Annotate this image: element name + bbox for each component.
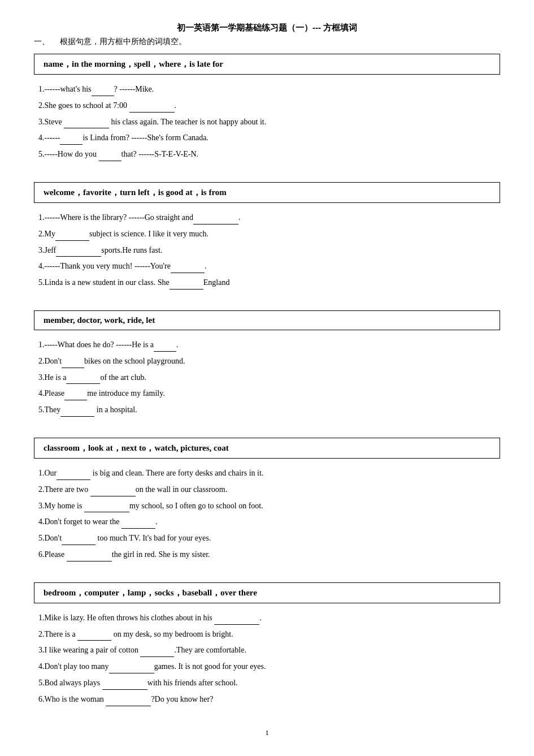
exercise-lines-2: 1.------Where is the library? ------Go s… [34, 209, 500, 295]
sentence-4-3: 3.My home is my school, so I often go to… [38, 499, 496, 513]
instruction-header: 一、 根据句意，用方框中所给的词填空。 [34, 37, 500, 47]
exercise-block-1: name，in the morning，spell，where，is late … [34, 54, 500, 166]
exercise-block-2: welcome，favorite，turn left，is good at，is… [34, 182, 500, 295]
sentence-1-5: 5.-----How do you that? ------S-T-E-V-E-… [38, 148, 496, 161]
sentence-3-1: 1.-----What does he do? ------He is a. [38, 338, 496, 352]
page-title: 初一英语第一学期基础练习题（一）--- 方框填词 [34, 23, 500, 33]
exercise-lines-5: 1.Mike is lazy. He often throws his clot… [34, 609, 500, 711]
exercise-lines-1: 1.------what's his? ------Mike. 2.She go… [34, 80, 500, 166]
sentence-4-5: 5.Don't too much TV. It's bad for your e… [38, 532, 496, 545]
exercise-lines-3: 1.-----What does he do? ------He is a. 2… [34, 336, 500, 422]
exercise-block-5: bedroom，computer，lamp，socks，baseball，ove… [34, 582, 500, 711]
sentence-2-2: 2.Mysubject is science. I like it very m… [38, 227, 496, 241]
sentence-3-3: 3.He is aof the art club. [38, 371, 496, 385]
word-box-1: name，in the morning，spell，where，is late … [34, 54, 500, 75]
sentence-1-3: 3.Steve his class again. The teacher is … [38, 115, 496, 129]
instruction-prefix: 一、 [34, 37, 50, 46]
sentence-5-2: 2.There is a on my desk, so my bedroom i… [38, 628, 496, 641]
exercise-block-3: member, doctor, work, ride, let 1.-----W… [34, 310, 500, 422]
sentence-3-4: 4.Pleaseme introduce my family. [38, 387, 496, 400]
sentence-1-1: 1.------what's his? ------Mike. [38, 83, 496, 96]
sentence-4-6: 6.Please the girl in red. She is my sist… [38, 548, 496, 561]
exercise-block-4: classroom，look at，next to，watch, picture… [34, 438, 500, 567]
sentence-5-4: 4.Don't play too manygames. It is not go… [38, 660, 496, 673]
sentence-1-4: 4.------is Linda from? ------She's form … [38, 131, 496, 145]
sentence-2-1: 1.------Where is the library? ------Go s… [38, 211, 496, 224]
word-box-4: classroom，look at，next to，watch, picture… [34, 438, 500, 459]
sentence-3-5: 5.They in a hospital. [38, 403, 496, 417]
page-number: 1 [34, 728, 500, 737]
exercise-lines-4: 1.Our is big and clean. There are forty … [34, 464, 500, 567]
word-box-2: welcome，favorite，turn left，is good at，is… [34, 182, 500, 203]
sentence-4-4: 4.Don't forget to wear the . [38, 515, 496, 529]
sentence-2-5: 5.Linda is a new student in our class. S… [38, 276, 496, 290]
sentence-2-4: 4.------Thank you very much! ------You'r… [38, 260, 496, 273]
sentence-5-6: 6.Who is the woman ?Do you know her? [38, 693, 496, 706]
sentence-2-3: 3.Jeffsports.He runs fast. [38, 244, 496, 257]
sentence-5-5: 5.Bod always plays with his friends afte… [38, 676, 496, 690]
sentence-1-2: 2.She goes to school at 7:00 . [38, 99, 496, 113]
sentence-4-2: 2.There are two on the wall in our class… [38, 483, 496, 496]
sentence-3-2: 2.Don'tbikes on the school playground. [38, 355, 496, 368]
sentence-5-3: 3.I like wearing a pair of cotton .They … [38, 643, 496, 657]
word-box-5: bedroom，computer，lamp，socks，baseball，ove… [34, 582, 500, 603]
word-box-3: member, doctor, work, ride, let [34, 310, 500, 330]
sentence-5-1: 1.Mike is lazy. He often throws his clot… [38, 611, 496, 625]
instruction-text: 根据句意，用方框中所给的词填空。 [60, 37, 186, 46]
sentence-4-1: 1.Our is big and clean. There are forty … [38, 466, 496, 480]
